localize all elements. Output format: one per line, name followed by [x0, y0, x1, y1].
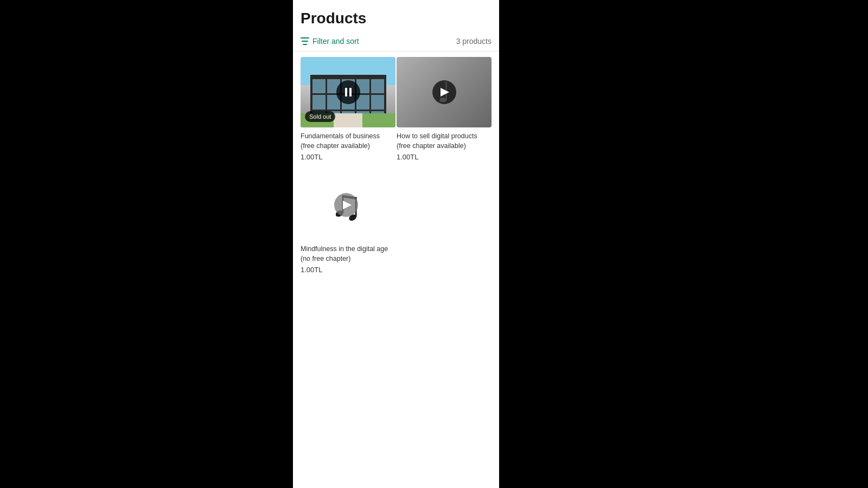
filter-sort-label: Filter and sort: [312, 37, 359, 46]
product-image-3: ♫: [301, 170, 392, 240]
pause-button-1[interactable]: [336, 80, 360, 104]
play-button-2[interactable]: [432, 80, 456, 104]
page-title: Products: [293, 0, 499, 33]
filter-icon: [301, 37, 309, 45]
pause-icon: [345, 88, 352, 97]
sold-out-badge: Sold out: [305, 111, 335, 122]
product-info-2: How to sell digital products (free chapt…: [397, 127, 492, 168]
product-price-2: 1.00TL: [397, 153, 492, 161]
product-title-2: How to sell digital products (free chapt…: [397, 132, 492, 151]
main-panel: Products Filter and sort 3 products: [293, 0, 499, 488]
product-card-1[interactable]: Sold out Fundamentals of business (free …: [301, 57, 395, 168]
product-price-3: 1.00TL: [301, 266, 392, 274]
filter-sort-button[interactable]: Filter and sort: [301, 37, 359, 46]
product-row-2: ♫ Mindfulness in the digital age (no fre…: [293, 170, 499, 280]
product-price-1: 1.00TL: [301, 153, 395, 161]
product-title-1: Fundamentals of business (free chapter a…: [301, 132, 395, 151]
product-image-1: Sold out: [301, 57, 395, 127]
product-image-2: ♩: [397, 57, 492, 127]
filter-bar: Filter and sort 3 products: [293, 33, 499, 52]
play-icon: [441, 88, 449, 97]
products-count: 3 products: [456, 37, 492, 46]
product-info-3: Mindfulness in the digital age (no free …: [301, 240, 392, 280]
products-grid: Sold out Fundamentals of business (free …: [293, 56, 499, 168]
product-info-1: Fundamentals of business (free chapter a…: [301, 127, 395, 168]
product-title-3: Mindfulness in the digital age (no free …: [301, 245, 392, 264]
play-icon-3: [343, 201, 352, 209]
product-card-3[interactable]: ♫ Mindfulness in the digital age (no fre…: [301, 170, 392, 280]
product-card-2[interactable]: ♩ How to sell digital products (free cha…: [397, 57, 492, 168]
play-button-3[interactable]: [334, 193, 358, 217]
